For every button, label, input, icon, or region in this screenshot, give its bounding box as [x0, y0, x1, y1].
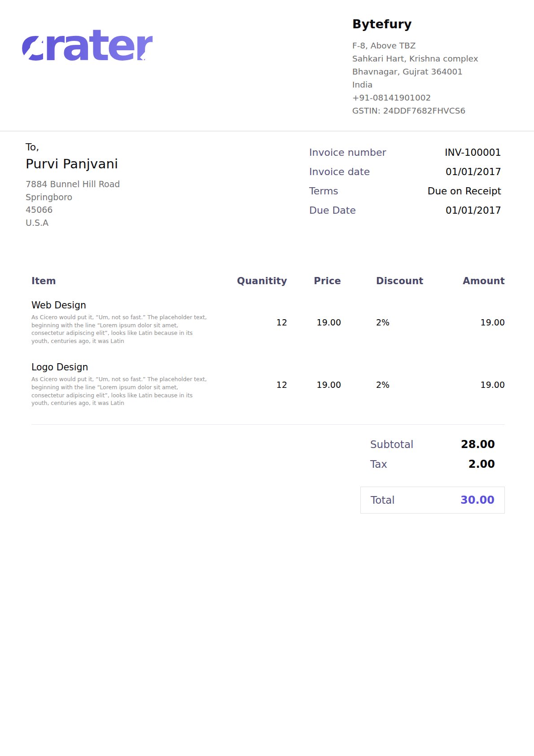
- company-phone: +91-08141901002: [352, 91, 507, 104]
- bill-to-block: To, Purvi Panjvani 7884 Bunnel Hill Road…: [26, 141, 120, 229]
- company-address: F-8, Above TBZ Sahkari Hart, Krishna com…: [352, 39, 507, 117]
- column-header-item: Item: [31, 276, 211, 286]
- item-quantity: 12: [211, 317, 287, 327]
- tax-label: Tax: [370, 458, 387, 470]
- column-header-price: Price: [287, 276, 341, 286]
- company-address-line: Sahkari Hart, Krishna complex: [352, 52, 507, 65]
- subtotal-row: Subtotal 28.00: [360, 438, 505, 458]
- invoice-header: crater Bytefury F-8, Above TBZ Sahkari H…: [0, 0, 534, 132]
- company-address-line: Bhavnagar, Gujrat 364001: [352, 65, 507, 78]
- item-cell: Logo Design As Cicero would put it, “Um,…: [31, 362, 211, 407]
- item-discount: 2%: [341, 380, 431, 390]
- column-header-quantity: Quanitity: [211, 276, 287, 286]
- item-name: Web Design: [31, 300, 211, 311]
- item-amount: 19.00: [431, 317, 505, 327]
- item-discount: 2%: [341, 317, 431, 327]
- items-divider: [31, 424, 505, 425]
- recipient-address: 7884 Bunnel Hill Road Springboro 45066 U…: [26, 178, 120, 229]
- table-row: Web Design As Cicero would put it, “Um, …: [31, 300, 505, 345]
- items-table-header: Item Quanitity Price Discount Amount: [31, 276, 505, 286]
- company-address-line: India: [352, 78, 507, 91]
- crater-logo-text: crater: [20, 23, 153, 67]
- recipient-address-line: Springboro: [26, 191, 120, 204]
- item-description: As Cicero would put it, “Um, not so fast…: [31, 375, 211, 407]
- item-cell: Web Design As Cicero would put it, “Um, …: [31, 300, 211, 345]
- item-description: As Cicero would put it, “Um, not so fast…: [31, 313, 211, 345]
- company-info: Bytefury F-8, Above TBZ Sahkari Hart, Kr…: [352, 15, 507, 119]
- totals-section: Subtotal 28.00 Tax 2.00 Total 30.00: [360, 438, 505, 514]
- subtotal-value: 28.00: [461, 438, 495, 451]
- invoice-number-label: Invoice number: [309, 147, 386, 158]
- invoice-date-row: Invoice date 01/01/2017: [309, 166, 501, 185]
- billing-section: To, Purvi Panjvani 7884 Bunnel Hill Road…: [0, 132, 534, 229]
- recipient-address-line: 45066: [26, 203, 120, 216]
- terms-label: Terms: [309, 185, 338, 197]
- item-price: 19.00: [287, 380, 341, 390]
- tax-value: 2.00: [468, 458, 495, 470]
- terms-row: Terms Due on Receipt: [309, 185, 501, 205]
- total-value: 30.00: [460, 494, 495, 506]
- total-label: Total: [371, 494, 395, 506]
- company-name: Bytefury: [352, 17, 507, 31]
- item-amount: 19.00: [431, 380, 505, 390]
- due-date-row: Due Date 01/01/2017: [309, 205, 501, 224]
- items-table: Item Quanitity Price Discount Amount Web…: [0, 276, 534, 425]
- column-header-amount: Amount: [431, 276, 505, 286]
- due-date-label: Due Date: [309, 205, 356, 216]
- invoice-date-label: Invoice date: [309, 166, 370, 177]
- invoice-meta: Invoice number INV-100001 Invoice date 0…: [309, 147, 501, 229]
- recipient-address-line: 7884 Bunnel Hill Road: [26, 178, 120, 191]
- item-price: 19.00: [287, 317, 341, 327]
- invoice-date-value: 01/01/2017: [446, 166, 501, 177]
- due-date-value: 01/01/2017: [446, 205, 501, 216]
- subtotal-label: Subtotal: [370, 439, 413, 450]
- tax-row: Tax 2.00: [360, 458, 505, 478]
- company-address-line: F-8, Above TBZ: [352, 39, 507, 52]
- item-name: Logo Design: [31, 362, 211, 373]
- column-header-discount: Discount: [341, 276, 431, 286]
- recipient-address-line: U.S.A: [26, 216, 120, 229]
- table-row: Logo Design As Cicero would put it, “Um,…: [31, 362, 505, 407]
- invoice-number-value: INV-100001: [445, 147, 501, 158]
- recipient-name: Purvi Panjvani: [26, 156, 120, 171]
- total-box: Total 30.00: [360, 487, 505, 514]
- company-gstin: GSTIN: 24DDF7682FHVCS6: [352, 104, 507, 117]
- terms-value: Due on Receipt: [428, 185, 501, 197]
- invoice-number-row: Invoice number INV-100001: [309, 147, 501, 166]
- bill-to-intro: To,: [26, 141, 120, 153]
- item-quantity: 12: [211, 380, 287, 390]
- crater-logo: crater: [20, 23, 153, 119]
- invoice-page: crater Bytefury F-8, Above TBZ Sahkari H…: [0, 0, 534, 514]
